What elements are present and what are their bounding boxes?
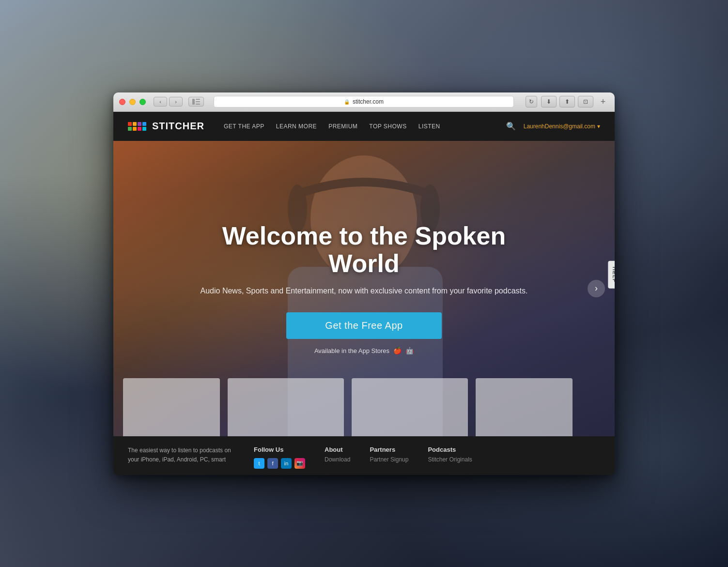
footer-about-heading: About xyxy=(325,446,350,453)
twitter-icon[interactable]: t xyxy=(254,458,264,469)
close-button[interactable] xyxy=(119,99,125,105)
footer-social-links: t f in 📷 xyxy=(254,458,305,469)
instagram-icon[interactable]: 📷 xyxy=(294,458,305,469)
logo-sq-3 xyxy=(138,122,141,126)
nav-top-shows[interactable]: TOP SHOWS xyxy=(369,123,406,130)
title-bar: ‹ › 🔒 stitcher.com ↻ ⬇ ⬆ ⊡ + xyxy=(113,92,615,112)
nav-learn-more[interactable]: LEARN MORE xyxy=(276,123,317,130)
footer-podcasts: Podcasts Stitcher Originals xyxy=(428,446,472,465)
site-nav: STITCHER GET THE APP LEARN MORE PREMIUM … xyxy=(113,112,615,141)
logo-sq-6 xyxy=(133,127,137,131)
footer-about: About Download xyxy=(325,446,350,465)
get-free-app-button[interactable]: Get the Free App xyxy=(286,312,441,339)
app-store-text: Available in the App Stores xyxy=(314,347,389,354)
logo-sq-4 xyxy=(142,122,146,126)
footer-download-link[interactable]: Download xyxy=(325,456,350,463)
svg-rect-1 xyxy=(196,99,200,100)
svg-rect-0 xyxy=(192,99,195,105)
footer-description: The easiest way to listen to podcasts on… xyxy=(128,446,234,465)
logo-squares xyxy=(128,122,146,131)
footer-originals-link[interactable]: Stitcher Originals xyxy=(428,456,472,463)
footer-follow-us: Follow Us t f in 📷 xyxy=(254,446,305,465)
site-content: STITCHER GET THE APP LEARN MORE PREMIUM … xyxy=(113,112,615,475)
preview-card-2 xyxy=(228,378,344,436)
maximize-button[interactable] xyxy=(139,99,146,105)
preview-card-4 xyxy=(476,378,573,436)
footer-partners: Partners Partner Signup xyxy=(370,446,408,465)
hero-subtitle: Audio News, Sports and Entertainment, no… xyxy=(190,285,539,297)
preview-card-1 xyxy=(123,378,220,436)
forward-button[interactable]: › xyxy=(169,97,183,107)
hero-content: Welcome to the Spoken World Audio News, … xyxy=(170,222,558,354)
nav-listen[interactable]: LISTEN xyxy=(418,123,440,130)
linkedin-icon[interactable]: in xyxy=(281,458,292,469)
nav-right: 🔍 LaurenhDennis@gmail.com ▾ xyxy=(506,122,600,131)
sidebar-button[interactable] xyxy=(188,97,204,107)
nav-premium[interactable]: PREMIUM xyxy=(328,123,357,130)
window-button[interactable]: ⊡ xyxy=(578,96,593,107)
logo-sq-2 xyxy=(133,122,137,126)
preview-card-3 xyxy=(352,378,468,436)
logo-sq-7 xyxy=(138,127,141,131)
app-store-note: Available in the App Stores 🍎 🤖 xyxy=(190,347,539,354)
stitcher-logo[interactable]: STITCHER xyxy=(128,121,204,132)
url-text: stitcher.com xyxy=(353,98,384,105)
logo-sq-8 xyxy=(142,127,146,131)
svg-rect-2 xyxy=(196,101,200,102)
back-button[interactable]: ‹ xyxy=(154,97,167,107)
address-bar[interactable]: 🔒 stitcher.com xyxy=(214,96,514,107)
lock-icon: 🔒 xyxy=(344,99,350,105)
search-icon[interactable]: 🔍 xyxy=(506,122,516,131)
user-email: LaurenhDennis@gmail.com xyxy=(524,123,595,130)
hero-title: Welcome to the Spoken World xyxy=(190,222,539,277)
android-store-icon: 🤖 xyxy=(405,347,414,354)
download-button[interactable]: ⬇ xyxy=(541,96,557,107)
refresh-button[interactable]: ↻ xyxy=(526,96,537,107)
browser-window: ‹ › 🔒 stitcher.com ↻ ⬇ ⬆ ⊡ + xyxy=(113,92,615,475)
hero-section: Welcome to the Spoken World Audio News, … xyxy=(113,141,615,436)
traffic-lights xyxy=(119,99,146,105)
facebook-icon[interactable]: f xyxy=(267,458,278,469)
minimize-button[interactable] xyxy=(129,99,136,105)
svg-rect-3 xyxy=(196,104,200,105)
apple-store-icon: 🍎 xyxy=(393,347,402,354)
help-tab[interactable]: HELP xyxy=(608,261,615,288)
user-dropdown-icon: ▾ xyxy=(597,123,600,130)
card-previews xyxy=(113,368,615,436)
footer-partner-signup-link[interactable]: Partner Signup xyxy=(370,456,408,463)
logo-sq-5 xyxy=(128,127,132,131)
toolbar-actions: ⬇ ⬆ ⊡ xyxy=(541,96,593,107)
site-nav-links: GET THE APP LEARN MORE PREMIUM TOP SHOWS… xyxy=(224,123,506,130)
user-account-button[interactable]: LaurenhDennis@gmail.com ▾ xyxy=(524,123,600,130)
nav-buttons: ‹ › xyxy=(154,97,183,107)
add-tab-button[interactable]: + xyxy=(597,96,609,107)
footer-podcasts-heading: Podcasts xyxy=(428,446,472,453)
logo-sq-1 xyxy=(128,122,132,126)
nav-get-the-app[interactable]: GET THE APP xyxy=(224,123,264,130)
site-footer: The easiest way to listen to podcasts on… xyxy=(113,436,615,475)
footer-follow-heading: Follow Us xyxy=(254,446,305,453)
share-button[interactable]: ⬆ xyxy=(559,96,575,107)
footer-partners-heading: Partners xyxy=(370,446,408,453)
logo-text: STITCHER xyxy=(152,121,204,132)
hero-next-arrow[interactable]: › xyxy=(588,280,605,297)
